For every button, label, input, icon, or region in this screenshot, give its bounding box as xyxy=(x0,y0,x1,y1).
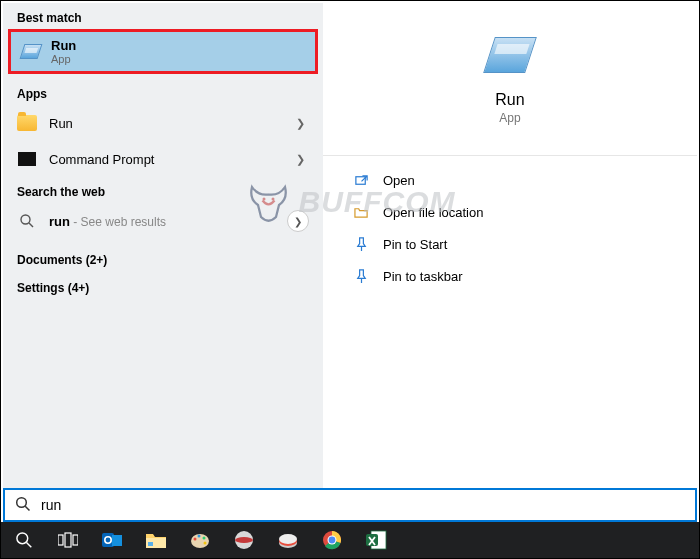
taskbar-chrome-icon[interactable] xyxy=(313,525,351,555)
search-icon xyxy=(17,211,37,231)
chevron-right-icon: ❯ xyxy=(296,153,305,166)
chevron-right-icon: ❯ xyxy=(287,210,309,232)
folder-open-icon xyxy=(353,204,369,220)
svg-point-29 xyxy=(329,537,336,544)
action-label: Open file location xyxy=(383,205,483,220)
detail-title: Run xyxy=(495,91,524,109)
taskbar-task-view-button[interactable] xyxy=(49,525,87,555)
best-match-title: Run xyxy=(51,38,305,53)
best-match-header: Best match xyxy=(3,3,323,29)
svg-point-21 xyxy=(204,542,207,545)
svg-point-23 xyxy=(235,537,253,543)
svg-rect-10 xyxy=(65,533,71,547)
apps-item-label: Run xyxy=(49,116,73,131)
taskbar-file-explorer-icon[interactable] xyxy=(137,525,175,555)
web-suffix: - See web results xyxy=(70,215,166,229)
action-label: Open xyxy=(383,173,415,188)
taskbar-outlook-icon[interactable] xyxy=(93,525,131,555)
best-match-run[interactable]: Run App xyxy=(11,32,315,71)
search-input[interactable] xyxy=(41,497,685,513)
web-query: run xyxy=(49,214,70,229)
action-label: Pin to taskbar xyxy=(383,269,463,284)
pin-icon xyxy=(353,268,369,284)
open-icon xyxy=(353,172,369,188)
search-bar[interactable] xyxy=(3,488,697,522)
apps-item-command-prompt[interactable]: Command Prompt ❯ xyxy=(3,141,323,177)
command-prompt-icon xyxy=(17,149,37,169)
svg-rect-11 xyxy=(73,535,78,545)
svg-point-5 xyxy=(17,497,27,507)
svg-rect-16 xyxy=(148,542,153,546)
chevron-right-icon: ❯ xyxy=(296,117,305,130)
folder-icon xyxy=(17,113,37,133)
taskbar-paint-icon[interactable] xyxy=(181,525,219,555)
svg-line-1 xyxy=(29,223,33,227)
svg-point-18 xyxy=(194,538,197,541)
apps-header: Apps xyxy=(3,79,323,105)
annotation-highlight: Run App xyxy=(8,29,318,74)
svg-point-7 xyxy=(17,533,28,544)
action-pin-to-taskbar[interactable]: Pin to taskbar xyxy=(323,260,697,292)
start-menu-left-panel: Best match Run App Apps Run ❯ xyxy=(3,3,323,508)
taskbar-search-button[interactable] xyxy=(5,525,43,555)
run-icon-large xyxy=(486,31,534,79)
detail-subtitle: App xyxy=(499,111,520,125)
apps-item-run[interactable]: Run ❯ xyxy=(3,105,323,141)
svg-line-8 xyxy=(26,542,31,547)
taskbar-app-icon-2[interactable] xyxy=(269,525,307,555)
svg-rect-14 xyxy=(112,535,122,546)
start-menu-right-panel: Run App Open Open file location xyxy=(323,3,697,508)
action-label: Pin to Start xyxy=(383,237,447,252)
svg-point-26 xyxy=(279,534,297,544)
search-icon xyxy=(15,496,31,515)
taskbar-app-icon-1[interactable] xyxy=(225,525,263,555)
pin-icon xyxy=(353,236,369,252)
svg-point-19 xyxy=(198,535,201,538)
svg-rect-2 xyxy=(355,176,364,184)
taskbar xyxy=(1,522,699,558)
action-open-file-location[interactable]: Open file location xyxy=(323,196,697,228)
documents-header[interactable]: Documents (2+) xyxy=(3,239,323,271)
svg-point-20 xyxy=(203,537,206,540)
taskbar-excel-icon[interactable] xyxy=(357,525,395,555)
action-list: Open Open file location Pin to Start xyxy=(323,155,697,292)
run-icon xyxy=(21,42,41,62)
svg-line-6 xyxy=(25,506,29,510)
action-open[interactable]: Open xyxy=(323,164,697,196)
svg-point-0 xyxy=(21,215,30,224)
web-result-run[interactable]: run - See web results ❯ xyxy=(3,203,323,239)
best-match-subtitle: App xyxy=(51,53,305,65)
svg-rect-9 xyxy=(58,535,63,545)
settings-header[interactable]: Settings (4+) xyxy=(3,271,323,299)
search-web-header: Search the web xyxy=(3,177,323,203)
apps-item-label: Command Prompt xyxy=(49,152,154,167)
action-pin-to-start[interactable]: Pin to Start xyxy=(323,228,697,260)
